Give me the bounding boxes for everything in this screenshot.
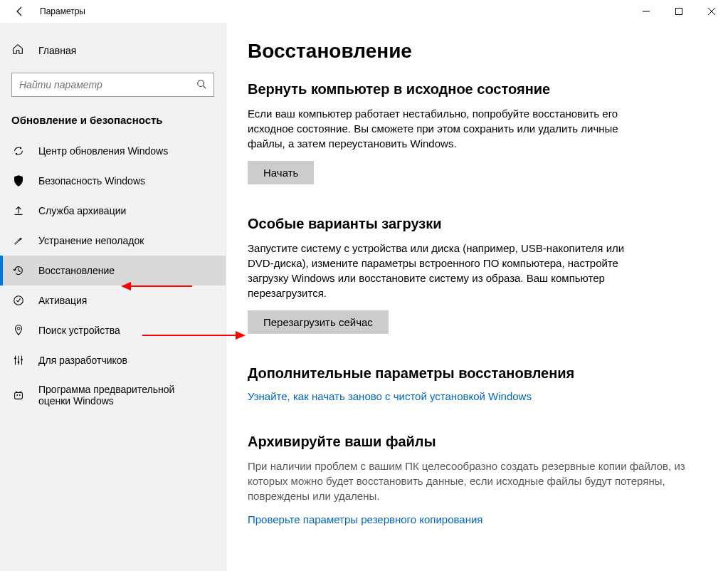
shield-icon: [11, 174, 26, 187]
advanced-startup-section: Особые варианты загрузки Запустите систе…: [248, 216, 707, 334]
titlebar: Параметры: [0, 0, 728, 23]
sidebar-item-label: Для разработчиков: [38, 355, 127, 366]
window-title: Параметры: [40, 6, 85, 16]
home-nav[interactable]: Главная: [0, 37, 226, 64]
svg-line-5: [204, 85, 206, 88]
back-button[interactable]: [6, 0, 34, 23]
maximize-button[interactable]: [663, 0, 695, 23]
advanced-desc: Запустите систему с устройства или диска…: [248, 241, 646, 300]
home-label: Главная: [38, 45, 76, 56]
category-header: Обновление и безопасность: [0, 110, 226, 136]
svg-rect-1: [676, 9, 682, 15]
sidebar-item-label: Устранение неполадок: [38, 235, 144, 246]
search-input[interactable]: [19, 79, 196, 90]
svg-rect-14: [15, 392, 23, 399]
svg-point-12: [18, 361, 20, 363]
sidebar-item-insider[interactable]: Программа предварительной оценки Windows: [0, 375, 226, 415]
sidebar-item-troubleshoot[interactable]: Устранение неполадок: [0, 226, 226, 256]
more-heading: Дополнительные параметры восстановления: [248, 365, 707, 382]
content-area: Восстановление Вернуть компьютер в исход…: [226, 23, 728, 571]
minimize-button[interactable]: [630, 0, 663, 23]
insider-icon: [11, 389, 26, 402]
reset-desc: Если ваш компьютер работает нестабильно,…: [248, 106, 646, 151]
sidebar-item-label: Безопасность Windows: [38, 175, 145, 187]
location-icon: [11, 324, 26, 337]
svg-point-11: [14, 357, 16, 360]
reset-start-button[interactable]: Начать: [248, 161, 314, 184]
svg-point-13: [21, 359, 23, 361]
sidebar-item-find-device[interactable]: Поиск устройства: [0, 315, 226, 345]
sidebar-item-windows-update[interactable]: Центр обновления Windows: [0, 136, 226, 166]
restart-now-button[interactable]: Перезагрузить сейчас: [248, 310, 389, 334]
backup-section: Архивируйте ваши файлы При наличии пробл…: [248, 434, 707, 525]
sidebar-item-recovery[interactable]: Восстановление: [0, 256, 226, 286]
fresh-start-link[interactable]: Узнайте, как начать заново с чистой уста…: [248, 390, 532, 402]
sidebar-item-label: Программа предварительной оценки Windows: [38, 384, 202, 407]
backup-desc: При наличии проблем с вашим ПК целесообр…: [248, 459, 689, 503]
sidebar-item-activation[interactable]: Активация: [0, 286, 226, 315]
sidebar: Главная Обновление и безопасность Центр …: [0, 23, 226, 571]
svg-point-15: [16, 394, 18, 396]
sidebar-item-label: Служба архивации: [38, 205, 126, 216]
sidebar-item-security[interactable]: Безопасность Windows: [0, 166, 226, 196]
search-icon: [196, 79, 206, 91]
sidebar-item-label: Активация: [38, 295, 87, 306]
history-icon: [11, 264, 26, 277]
more-options-section: Дополнительные параметры восстановления …: [248, 365, 707, 402]
backup-heading: Архивируйте ваши файлы: [248, 434, 707, 450]
advanced-heading: Особые варианты загрузки: [248, 216, 707, 232]
sidebar-item-label: Центр обновления Windows: [38, 145, 168, 157]
home-icon: [11, 43, 26, 58]
svg-point-7: [17, 328, 20, 330]
upload-icon: [11, 204, 26, 217]
close-button[interactable]: [695, 0, 728, 23]
sliders-icon: [11, 354, 26, 367]
search-box[interactable]: [11, 73, 214, 97]
sidebar-item-label: Поиск устройства: [38, 325, 120, 336]
sidebar-item-label: Восстановление: [38, 265, 115, 276]
check-circle-icon: [11, 294, 26, 307]
svg-point-4: [198, 80, 204, 86]
sidebar-item-backup[interactable]: Служба архивации: [0, 196, 226, 226]
reset-heading: Вернуть компьютер в исходное состояние: [248, 81, 707, 98]
sync-icon: [11, 145, 26, 157]
sidebar-item-developers[interactable]: Для разработчиков: [0, 345, 226, 375]
svg-point-16: [19, 394, 21, 396]
wrench-icon: [11, 234, 26, 247]
backup-link[interactable]: Проверьте параметры резервного копирован…: [248, 513, 482, 525]
reset-section: Вернуть компьютер в исходное состояние Е…: [248, 81, 707, 184]
page-title: Восстановление: [248, 40, 707, 63]
